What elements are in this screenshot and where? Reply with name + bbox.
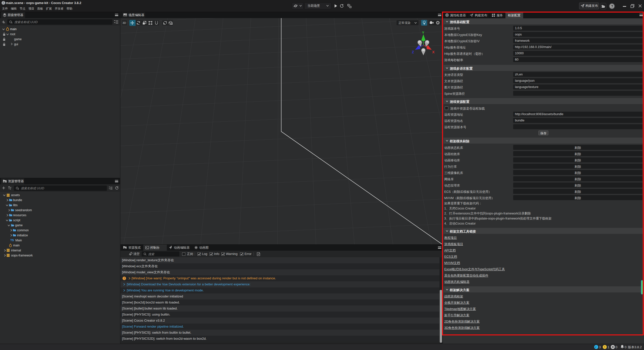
svg-text:Y: Y [422, 31, 424, 34]
svg-text:X: X [432, 50, 435, 54]
svg-text:Z: Z [412, 50, 414, 54]
